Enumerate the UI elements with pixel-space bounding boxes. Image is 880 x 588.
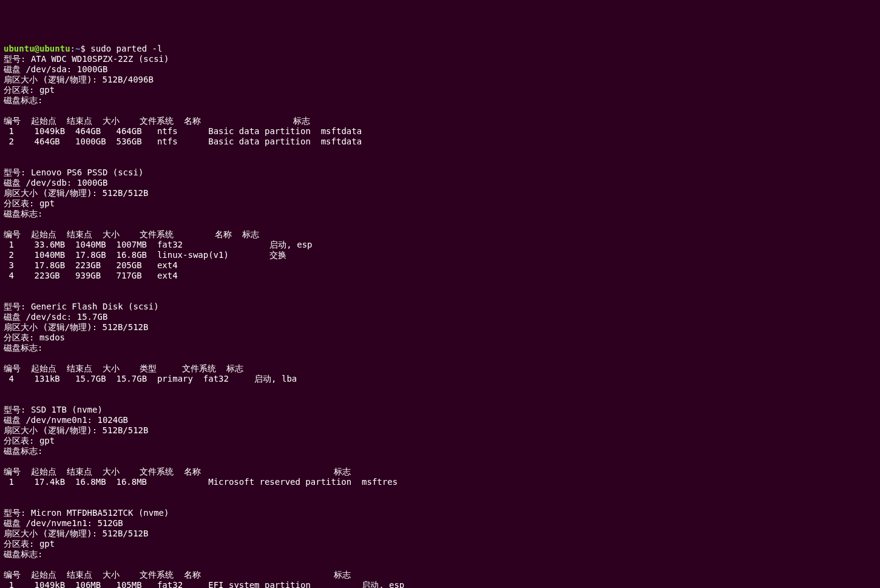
disk5-header: 编号 起始点 结束点 大小 文件系统 名称 标志 (4, 570, 876, 580)
disk2-sector: 扇区大小 (逻辑/物理): 512B/512B (4, 188, 876, 198)
disk1-flags: 磁盘标志: (4, 95, 876, 106)
disk1-path: 磁盘 /dev/sda: 1000GB (4, 64, 876, 75)
disk5-path: 磁盘 /dev/nvme1n1: 512GB (4, 518, 876, 529)
prompt-at: @ (35, 44, 39, 53)
table-row: 1 33.6MB 1040MB 1007MB fat32 启动, esp (4, 240, 876, 250)
blank (4, 456, 876, 467)
table-row: 4 131kB 15.7GB 15.7GB primary fat32 启动, … (4, 374, 876, 384)
table-row: 3 17.8GB 223GB 205GB ext4 (4, 260, 876, 271)
disk3-path: 磁盘 /dev/sdc: 15.7GB (4, 312, 876, 322)
disk1-model: 型号: ATA WDC WD10SPZX-22Z (scsi) (4, 54, 876, 64)
table-row: 1 1049kB 106MB 105MB fat32 EFI system pa… (4, 580, 876, 588)
prompt-user: ubuntu (4, 44, 35, 53)
blank (4, 291, 876, 302)
prompt-dollar: $ (80, 44, 85, 53)
disk4-header: 编号 起始点 结束点 大小 文件系统 名称 标志 (4, 467, 876, 477)
table-row: 4 223GB 939GB 717GB ext4 (4, 271, 876, 281)
disk2-pt: 分区表: gpt (4, 198, 876, 209)
blank (4, 353, 876, 363)
disk5-flags: 磁盘标志: (4, 549, 876, 559)
disk5-sector: 扇区大小 (逻辑/物理): 512B/512B (4, 529, 876, 539)
disk5-pt: 分区表: gpt (4, 539, 876, 549)
disk1-sector: 扇区大小 (逻辑/物理): 512B/4096B (4, 75, 876, 85)
disk4-sector: 扇区大小 (逻辑/物理): 512B/512B (4, 425, 876, 436)
disk3-flags: 磁盘标志: (4, 343, 876, 353)
blank (4, 498, 876, 508)
blank (4, 106, 876, 116)
blank (4, 487, 876, 498)
disk4-model: 型号: SSD 1TB (nvme) (4, 405, 876, 415)
blank (4, 384, 876, 394)
prompt-line[interactable]: ubuntu@ubuntu:~$ sudo parted -l (4, 44, 876, 54)
blank (4, 559, 876, 570)
blank (4, 219, 876, 229)
table-row: 2 1040MB 17.8GB 16.8GB linux-swap(v1) 交换 (4, 250, 876, 260)
prompt-host: ubuntu (39, 44, 70, 53)
disk3-pt: 分区表: msdos (4, 333, 876, 343)
table-row: 1 17.4kB 16.8MB 16.8MB Microsoft reserve… (4, 477, 876, 487)
disk4-path: 磁盘 /dev/nvme0n1: 1024GB (4, 415, 876, 425)
disk2-flags: 磁盘标志: (4, 209, 876, 219)
blank (4, 157, 876, 167)
disk1-pt: 分区表: gpt (4, 85, 876, 95)
terminal-output[interactable]: ubuntu@ubuntu:~$ sudo parted -l型号: ATA W… (4, 44, 876, 588)
table-row: 1 1049kB 464GB 464GB ntfs Basic data par… (4, 126, 876, 137)
blank (4, 147, 876, 157)
disk2-header: 编号 起始点 结束点 大小 文件系统 名称 标志 (4, 229, 876, 240)
disk1-header: 编号 起始点 结束点 大小 文件系统 名称 标志 (4, 116, 876, 126)
disk2-path: 磁盘 /dev/sdb: 1000GB (4, 178, 876, 188)
disk4-pt: 分区表: gpt (4, 436, 876, 446)
disk3-header: 编号 起始点 结束点 大小 类型 文件系统 标志 (4, 363, 876, 374)
blank (4, 281, 876, 291)
disk5-model: 型号: Micron MTFDHBA512TCK (nvme) (4, 508, 876, 518)
disk3-model: 型号: Generic Flash Disk (scsi) (4, 302, 876, 312)
disk2-model: 型号: Lenovo PS6 PSSD (scsi) (4, 167, 876, 178)
command-text: sudo parted -l (90, 44, 162, 53)
blank (4, 394, 876, 405)
prompt-colon: : (70, 44, 75, 53)
table-row: 2 464GB 1000GB 536GB ntfs Basic data par… (4, 137, 876, 147)
disk4-flags: 磁盘标志: (4, 446, 876, 456)
disk3-sector: 扇区大小 (逻辑/物理): 512B/512B (4, 322, 876, 333)
